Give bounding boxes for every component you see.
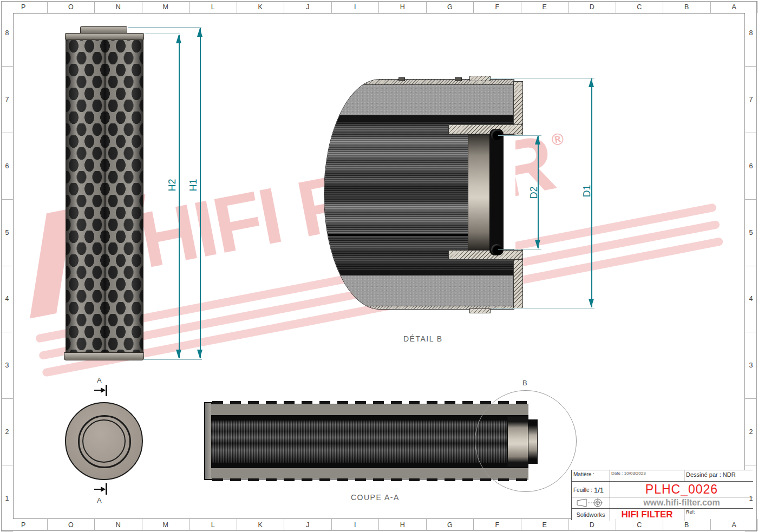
grid-column-label: D	[568, 519, 616, 531]
coupe-caption: COUPE A-A	[351, 493, 400, 502]
section-cut-label-bottom: A	[97, 496, 102, 504]
grid-row-label: 1	[745, 465, 757, 532]
arrowhead-h2-bottom	[176, 350, 181, 358]
dessine-cell: Dessiné par : NDR	[684, 470, 753, 481]
filter-bottom-cap	[64, 352, 144, 360]
grid-column-label: N	[95, 519, 142, 531]
cut-tick-bottom	[106, 483, 107, 495]
extension-line-bottom	[144, 359, 202, 360]
feuille-label: Feuille :	[573, 487, 592, 493]
grid-rail-right: 87654321	[745, 0, 757, 532]
grid-column-label: M	[142, 1, 190, 13]
part-number: PLHC_0026	[610, 481, 753, 497]
inner-bore-tube	[468, 134, 491, 250]
detail-circle-b	[475, 390, 577, 492]
grid-row-label: 6	[745, 133, 757, 200]
grid-column-label: K	[237, 519, 285, 531]
grid-rail-bottom: PONMLKJIHGFEDCBA	[0, 519, 758, 531]
grid-column-label: B	[663, 1, 711, 13]
grid-row-label: 7	[745, 67, 757, 133]
dimension-line-h1	[200, 28, 201, 358]
endcap-step-bottom	[448, 250, 523, 260]
grid-rail-left: 87654321	[1, 0, 13, 532]
grid-column-label: O	[48, 1, 95, 13]
grid-column-label: O	[48, 519, 95, 531]
grid-column-label: D	[568, 1, 616, 13]
grid-row-label: 3	[745, 332, 757, 399]
grid-column-label: G	[427, 519, 474, 531]
arrowhead-h2-top	[176, 35, 181, 43]
section-cut-label-top: A	[97, 376, 102, 384]
dim-label-d2: D2	[528, 181, 539, 205]
detail-circle-label: B	[522, 379, 527, 387]
arrowhead-d1-bottom	[589, 299, 594, 307]
grid-column-label: K	[237, 1, 285, 13]
extension-line-d1-bottom	[492, 308, 594, 308]
grid-column-label: C	[616, 1, 664, 13]
grid-column-label: F	[474, 519, 521, 531]
dim-label-d1: D1	[581, 179, 592, 203]
grid-row-label: 4	[745, 266, 757, 333]
grid-column-label: I	[332, 1, 380, 13]
grid-column-label: L	[190, 519, 237, 531]
grid-column-label: E	[521, 1, 569, 13]
grid-row-label: 6	[1, 133, 13, 200]
section-top-shell	[211, 404, 528, 415]
projection-symbol-cell	[572, 497, 610, 508]
grid-column-label: J	[284, 1, 332, 13]
dim-label-h1: H1	[188, 173, 199, 197]
dim-label-h2: H2	[167, 173, 178, 197]
bore-seal	[489, 129, 504, 255]
dimension-line-h2	[179, 35, 180, 358]
arrowhead-d2-bottom	[535, 240, 540, 248]
grid-rail-top: PONMLKJIHGFEDCBA	[0, 1, 758, 13]
projection-symbol-icon	[576, 498, 606, 507]
o-ring-top	[491, 129, 502, 140]
grid-column-label: B	[663, 519, 711, 531]
section-bottom-perforations	[212, 478, 527, 481]
grid-column-label: F	[474, 1, 521, 13]
grid-column-label: C	[616, 519, 664, 531]
detail-b-bottom-band	[324, 270, 514, 274]
extension-line-h2-top	[145, 34, 180, 34]
endcap-step-top	[448, 124, 523, 134]
grid-row-label: 1	[1, 465, 13, 532]
matiere-cell: Matière :	[572, 470, 610, 481]
bore-opening-gap	[504, 135, 515, 249]
rim-tab	[455, 77, 462, 81]
arrowhead-h1-bottom	[197, 350, 202, 358]
grid-column-label: N	[95, 1, 142, 13]
filter-mesh-body	[66, 40, 143, 353]
detail-b-top-band	[324, 116, 514, 121]
grid-row-label: 2	[1, 399, 13, 465]
grid-column-label: L	[190, 1, 237, 13]
grid-row-label: 2	[745, 399, 757, 465]
extension-line-d2-bottom	[498, 249, 541, 249]
arrowhead-h1-top	[197, 28, 202, 37]
o-ring-bottom	[491, 244, 502, 255]
grid-row-label: 3	[1, 332, 13, 399]
grid-row-label: 7	[1, 67, 13, 133]
rim-tab-hatched	[469, 76, 491, 81]
rim-tab	[398, 77, 405, 81]
rim-tab-hatched	[469, 308, 491, 313]
grid-column-label: H	[379, 519, 427, 531]
technical-drawing-page: HIFI FILTER® PONMLKJIHGFEDCBA PONMLKJIHG…	[0, 0, 758, 532]
grid-row-label: 8	[1, 0, 13, 67]
grid-column-label: M	[142, 519, 190, 531]
extension-line-h1-top	[128, 27, 201, 28]
feuille-cell: Feuille : 1/1	[572, 481, 610, 497]
grid-column-label: G	[427, 1, 474, 13]
grid-row-label: 8	[745, 0, 757, 67]
grid-row-label: 5	[1, 200, 13, 266]
mesh-seam-line	[104, 40, 106, 352]
grid-column-label: H	[379, 1, 427, 13]
cut-arrowhead-bottom	[101, 487, 106, 492]
detail-b-caption: DÉTAIL B	[403, 334, 443, 343]
top-view-circle	[65, 402, 143, 480]
website: www.hifi-filter.com	[610, 497, 753, 508]
arrowhead-d2-top	[535, 136, 540, 145]
date-cell: Date : 10/03/2023	[610, 470, 684, 481]
section-bottom-shell	[211, 468, 528, 480]
inner-ring-inner	[82, 419, 126, 463]
